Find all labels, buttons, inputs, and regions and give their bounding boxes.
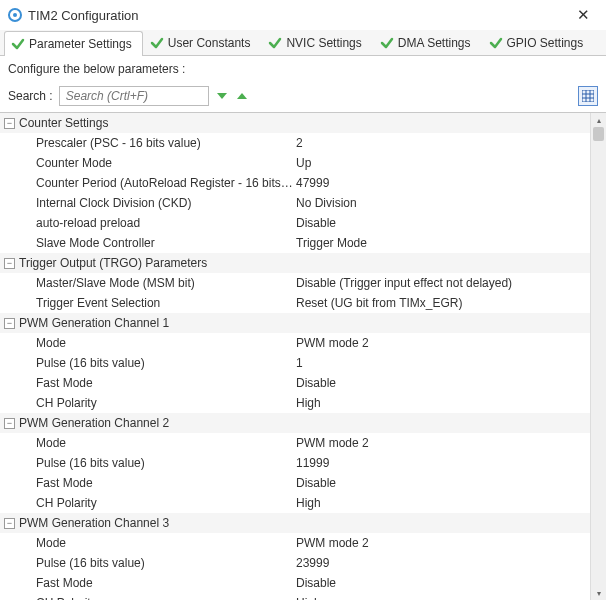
param-row[interactable]: Slave Mode ControllerTrigger Mode bbox=[0, 233, 590, 253]
group-name: Counter Settings bbox=[19, 116, 108, 130]
param-label: auto-reload preload bbox=[36, 216, 296, 230]
param-value: High bbox=[296, 396, 586, 410]
param-row[interactable]: Pulse (16 bits value)1 bbox=[0, 353, 590, 373]
param-label: Pulse (16 bits value) bbox=[36, 456, 296, 470]
param-row[interactable]: Pulse (16 bits value)11999 bbox=[0, 453, 590, 473]
tab-dma-settings[interactable]: DMA Settings bbox=[373, 30, 482, 55]
scroll-up-icon[interactable]: ▴ bbox=[591, 113, 606, 127]
param-row[interactable]: Fast ModeDisable bbox=[0, 373, 590, 393]
param-row[interactable]: ModePWM mode 2 bbox=[0, 433, 590, 453]
svg-marker-1 bbox=[237, 93, 247, 99]
param-label: Prescaler (PSC - 16 bits value) bbox=[36, 136, 296, 150]
collapse-icon[interactable]: − bbox=[4, 258, 15, 269]
param-label: Counter Mode bbox=[36, 156, 296, 170]
group-name: Trigger Output (TRGO) Parameters bbox=[19, 256, 207, 270]
scroll-down-icon[interactable]: ▾ bbox=[591, 586, 606, 600]
param-row[interactable]: CH PolarityHigh bbox=[0, 393, 590, 413]
param-label: Pulse (16 bits value) bbox=[36, 356, 296, 370]
param-value: No Division bbox=[296, 196, 586, 210]
instruction-text: Configure the below parameters : bbox=[0, 56, 606, 82]
param-value: Disable (Trigger input effect not delaye… bbox=[296, 276, 586, 290]
param-value: Disable bbox=[296, 376, 586, 390]
param-row[interactable]: ModePWM mode 2 bbox=[0, 333, 590, 353]
tab-nvic-settings[interactable]: NVIC Settings bbox=[261, 30, 372, 55]
param-value: 2 bbox=[296, 136, 586, 150]
group-header[interactable]: −Trigger Output (TRGO) Parameters bbox=[0, 253, 590, 273]
tab-label: DMA Settings bbox=[398, 36, 471, 50]
param-row[interactable]: Fast ModeDisable bbox=[0, 473, 590, 493]
param-value: PWM mode 2 bbox=[296, 436, 586, 450]
param-value: Up bbox=[296, 156, 586, 170]
param-label: Mode bbox=[36, 436, 296, 450]
param-value: 47999 bbox=[296, 176, 586, 190]
param-value: PWM mode 2 bbox=[296, 536, 586, 550]
group-header[interactable]: −PWM Generation Channel 3 bbox=[0, 513, 590, 533]
param-label: CH Polarity bbox=[36, 496, 296, 510]
tab-label: NVIC Settings bbox=[286, 36, 361, 50]
param-value: PWM mode 2 bbox=[296, 336, 586, 350]
params-area: −Counter SettingsPrescaler (PSC - 16 bit… bbox=[0, 112, 606, 600]
param-row[interactable]: Internal Clock Division (CKD)No Division bbox=[0, 193, 590, 213]
scrollbar[interactable]: ▴ ▾ bbox=[590, 113, 606, 600]
param-label: Trigger Event Selection bbox=[36, 296, 296, 310]
tab-user-constants[interactable]: User Constants bbox=[143, 30, 262, 55]
check-icon bbox=[489, 36, 503, 50]
collapse-icon[interactable]: − bbox=[4, 418, 15, 429]
param-row[interactable]: CH PolarityHigh bbox=[0, 593, 590, 600]
param-value: Disable bbox=[296, 216, 586, 230]
search-next-icon[interactable] bbox=[215, 89, 229, 103]
param-row[interactable]: auto-reload preloadDisable bbox=[0, 213, 590, 233]
param-label: CH Polarity bbox=[36, 396, 296, 410]
param-value: 23999 bbox=[296, 556, 586, 570]
search-input[interactable] bbox=[59, 86, 209, 106]
title-bar: TIM2 Configuration ✕ bbox=[0, 0, 606, 30]
group-name: PWM Generation Channel 2 bbox=[19, 416, 169, 430]
param-row[interactable]: Counter Period (AutoReload Register - 16… bbox=[0, 173, 590, 193]
svg-marker-0 bbox=[217, 93, 227, 99]
tabs-bar: Parameter SettingsUser ConstantsNVIC Set… bbox=[0, 30, 606, 56]
param-label: CH Polarity bbox=[36, 596, 296, 600]
check-icon bbox=[268, 36, 282, 50]
param-row[interactable]: Fast ModeDisable bbox=[0, 573, 590, 593]
param-row[interactable]: Master/Slave Mode (MSM bit)Disable (Trig… bbox=[0, 273, 590, 293]
param-label: Fast Mode bbox=[36, 376, 296, 390]
param-value: Reset (UG bit from TIMx_EGR) bbox=[296, 296, 586, 310]
param-value: 1 bbox=[296, 356, 586, 370]
close-button[interactable]: ✕ bbox=[571, 6, 596, 24]
param-row[interactable]: Prescaler (PSC - 16 bits value)2 bbox=[0, 133, 590, 153]
collapse-icon[interactable]: − bbox=[4, 318, 15, 329]
check-icon bbox=[380, 36, 394, 50]
param-value: Disable bbox=[296, 476, 586, 490]
tab-gpio-settings[interactable]: GPIO Settings bbox=[482, 30, 595, 55]
param-row[interactable]: Counter ModeUp bbox=[0, 153, 590, 173]
collapse-icon[interactable]: − bbox=[4, 518, 15, 529]
check-icon bbox=[11, 37, 25, 51]
search-row: Search : bbox=[0, 82, 606, 112]
group-name: PWM Generation Channel 3 bbox=[19, 516, 169, 530]
param-row[interactable]: Pulse (16 bits value)23999 bbox=[0, 553, 590, 573]
param-value: High bbox=[296, 496, 586, 510]
group-name: PWM Generation Channel 1 bbox=[19, 316, 169, 330]
param-label: Mode bbox=[36, 336, 296, 350]
tab-label: GPIO Settings bbox=[507, 36, 584, 50]
group-header[interactable]: −PWM Generation Channel 1 bbox=[0, 313, 590, 333]
param-label: Counter Period (AutoReload Register - 16… bbox=[36, 176, 296, 190]
search-label: Search : bbox=[8, 89, 53, 103]
param-row[interactable]: Trigger Event SelectionReset (UG bit fro… bbox=[0, 293, 590, 313]
group-header[interactable]: −Counter Settings bbox=[0, 113, 590, 133]
grid-view-icon[interactable] bbox=[578, 86, 598, 106]
param-row[interactable]: ModePWM mode 2 bbox=[0, 533, 590, 553]
param-label: Slave Mode Controller bbox=[36, 236, 296, 250]
tab-parameter-settings[interactable]: Parameter Settings bbox=[4, 31, 143, 56]
svg-rect-2 bbox=[582, 90, 594, 102]
check-icon bbox=[150, 36, 164, 50]
search-prev-icon[interactable] bbox=[235, 89, 249, 103]
group-header[interactable]: −PWM Generation Channel 2 bbox=[0, 413, 590, 433]
param-label: Master/Slave Mode (MSM bit) bbox=[36, 276, 296, 290]
param-value: Disable bbox=[296, 576, 586, 590]
tab-label: Parameter Settings bbox=[29, 37, 132, 51]
scroll-thumb[interactable] bbox=[593, 127, 604, 141]
param-row[interactable]: CH PolarityHigh bbox=[0, 493, 590, 513]
params-list: −Counter SettingsPrescaler (PSC - 16 bit… bbox=[0, 113, 590, 600]
collapse-icon[interactable]: − bbox=[4, 118, 15, 129]
